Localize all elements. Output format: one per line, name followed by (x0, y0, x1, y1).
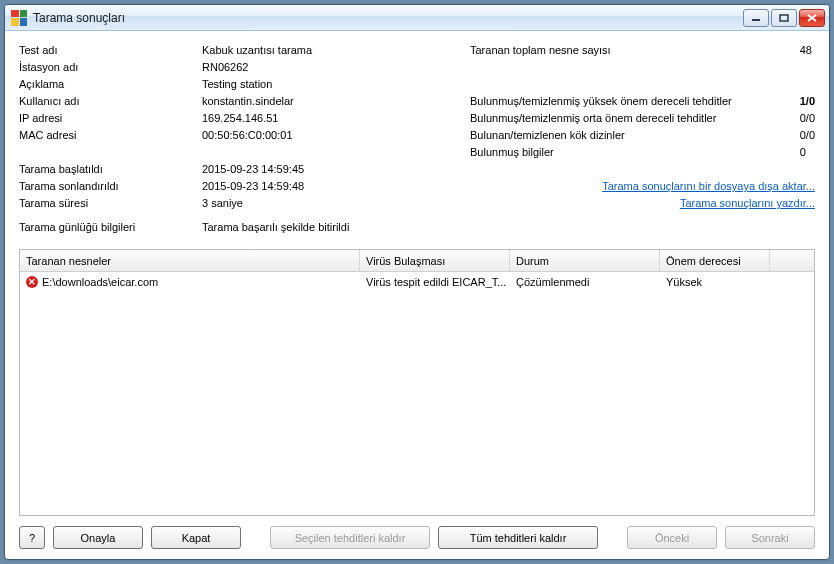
footer-buttons: ? Onayla Kapat Seçilen tehditleri kaldır… (19, 516, 815, 549)
minimize-button[interactable] (743, 9, 769, 27)
col-status[interactable]: Durum (510, 250, 660, 271)
remove-all-button[interactable]: Tüm tehditleri kaldır (438, 526, 598, 549)
value-high-threats: 1/0 (800, 94, 815, 109)
cell-status: Çözümlenmedi (510, 276, 660, 288)
scan-results-window: Tarama sonuçları Test adı Kabuk uzantısı… (4, 4, 830, 560)
cell-object: ✕ E:\downloads\eicar.com (20, 276, 360, 288)
label-total-objects: Taranan toplam nesne sayısı (470, 43, 792, 58)
label-ip: IP adresi (19, 111, 194, 126)
export-link[interactable]: Tarama sonuçlarını bir dosyaya dışa akta… (602, 180, 815, 192)
svg-rect-1 (780, 15, 788, 21)
prev-button: Önceki (627, 526, 717, 549)
titlebar: Tarama sonuçları (5, 5, 829, 31)
window-title: Tarama sonuçları (33, 11, 737, 25)
label-mac: MAC adresi (19, 128, 194, 143)
value-scan-duration: 3 saniye (202, 196, 462, 211)
value-scan-end: 2015-09-23 14:59:48 (202, 179, 462, 194)
col-extra[interactable] (770, 250, 814, 271)
next-button: Sonraki (725, 526, 815, 549)
label-scan-duration: Tarama süresi (19, 196, 194, 211)
remove-selected-button: Seçilen tehditleri kaldır (270, 526, 430, 549)
label-user: Kullanıcı adı (19, 94, 194, 109)
app-icon (11, 10, 27, 26)
maximize-button[interactable] (771, 9, 797, 27)
table-body: ✕ E:\downloads\eicar.com Virüs tespit ed… (20, 272, 814, 515)
label-test-name: Test adı (19, 43, 194, 58)
value-info-found: 0 (800, 145, 815, 160)
value-med-threats: 0/0 (800, 111, 815, 126)
results-table: Taranan nesneler Virüs Bulaşması Durum Ö… (19, 249, 815, 516)
close-button[interactable] (799, 9, 825, 27)
label-scan-end: Tarama sonlandırıldı (19, 179, 194, 194)
help-button[interactable]: ? (19, 526, 45, 549)
value-test-name: Kabuk uzantısı tarama (202, 43, 462, 58)
label-rootkits: Bulunan/temizlenen kök dizinler (470, 128, 792, 143)
cell-object-text: E:\downloads\eicar.com (42, 276, 158, 288)
col-severity[interactable]: Önem derecesi (660, 250, 770, 271)
window-buttons (743, 9, 825, 27)
content-area: Test adı Kabuk uzantısı tarama Taranan t… (5, 31, 829, 559)
label-info-found: Bulunmuş bilgiler (470, 145, 792, 160)
value-station: RN06262 (202, 60, 462, 75)
value-total-objects: 48 (800, 43, 815, 58)
value-mac: 00:50:56:C0:00:01 (202, 128, 462, 143)
close-dialog-button[interactable]: Kapat (151, 526, 241, 549)
threat-icon: ✕ (26, 276, 38, 288)
print-link[interactable]: Tarama sonuçlarını yazdır... (680, 197, 815, 209)
table-header: Taranan nesneler Virüs Bulaşması Durum Ö… (20, 250, 814, 272)
value-description: Testing station (202, 77, 462, 92)
cell-infection: Virüs tespit edildi EICAR_T... (360, 276, 510, 288)
label-station: İstasyon adı (19, 60, 194, 75)
close-icon (807, 14, 817, 22)
maximize-icon (779, 14, 789, 22)
value-scan-start: 2015-09-23 14:59:45 (202, 162, 462, 177)
table-row[interactable]: ✕ E:\downloads\eicar.com Virüs tespit ed… (20, 272, 814, 292)
col-infection[interactable]: Virüs Bulaşması (360, 250, 510, 271)
label-scan-start: Tarama başlatıldı (19, 162, 194, 177)
info-grid: Test adı Kabuk uzantısı tarama Taranan t… (19, 43, 815, 235)
value-rootkits: 0/0 (800, 128, 815, 143)
cell-severity: Yüksek (660, 276, 770, 288)
approve-button[interactable]: Onayla (53, 526, 143, 549)
label-high-threats: Bulunmuş/temizlenmiş yüksek önem derecel… (470, 94, 792, 109)
label-scan-log: Tarama günlüğü bilgileri (19, 220, 194, 235)
label-description: Açıklama (19, 77, 194, 92)
value-ip: 169.254.146.51 (202, 111, 462, 126)
value-user: konstantin.sindelar (202, 94, 462, 109)
label-med-threats: Bulunmuş/temizlenmiş orta önem dereceli … (470, 111, 792, 126)
col-object[interactable]: Taranan nesneler (20, 250, 360, 271)
value-scan-log: Tarama başarılı şekilde bitirildi (202, 220, 462, 235)
minimize-icon (751, 14, 761, 22)
link-print-wrap: Tarama sonuçlarını yazdır... (470, 196, 815, 211)
link-export-wrap: Tarama sonuçlarını bir dosyaya dışa akta… (470, 179, 815, 194)
